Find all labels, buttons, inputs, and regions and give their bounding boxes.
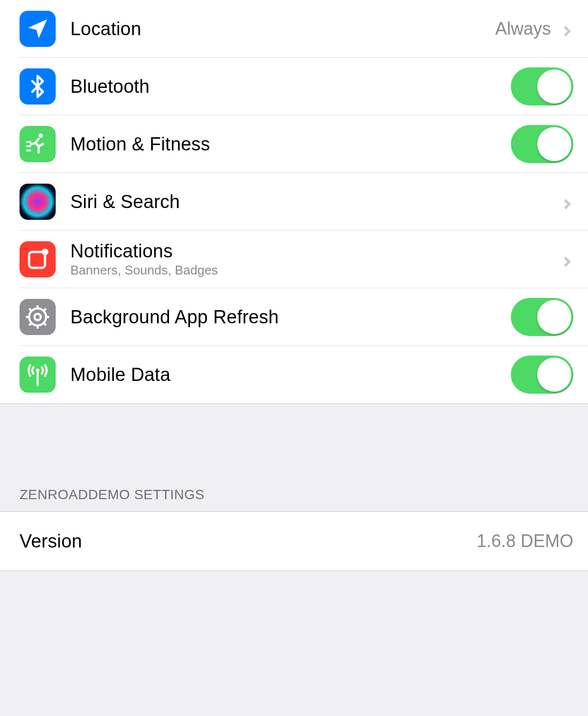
motion-fitness-toggle[interactable] <box>511 125 573 163</box>
notifications-icon <box>20 241 56 277</box>
notifications-subtitle: Banners, Sounds, Badges <box>70 263 561 278</box>
mobile-data-toggle[interactable] <box>511 356 573 394</box>
svg-line-12 <box>44 309 46 311</box>
permissions-group: Location Always Bluetooth Motion & Fitne… <box>0 0 588 404</box>
row-label-container: Bluetooth <box>70 76 511 97</box>
bluetooth-toggle[interactable] <box>511 67 573 105</box>
gear-icon <box>20 299 56 335</box>
version-value: 1.6.8 DEMO <box>477 531 573 551</box>
section-gap <box>0 404 588 487</box>
row-label-container: Mobile Data <box>70 364 511 385</box>
section-header: ZENROADDEMO SETTINGS <box>0 487 588 511</box>
chevron-right-icon <box>561 22 573 35</box>
app-settings-group: Version 1.6.8 DEMO <box>0 511 588 571</box>
svg-line-11 <box>29 323 31 325</box>
location-icon <box>20 11 56 47</box>
row-notifications[interactable]: Notifications Banners, Sounds, Badges <box>0 231 588 288</box>
background-refresh-label: Background App Refresh <box>70 307 511 328</box>
svg-line-9 <box>29 309 31 311</box>
row-bluetooth: Bluetooth <box>0 58 588 115</box>
row-background-refresh: Background App Refresh <box>0 288 588 346</box>
row-location[interactable]: Location Always <box>0 0 588 58</box>
bluetooth-label: Bluetooth <box>70 76 511 97</box>
bottom-gap <box>0 571 588 630</box>
row-label-container: Siri & Search <box>70 191 561 212</box>
svg-point-2 <box>42 249 48 255</box>
motion-fitness-icon <box>20 126 56 162</box>
siri-icon <box>20 184 56 220</box>
bluetooth-icon <box>20 68 56 105</box>
background-refresh-toggle[interactable] <box>511 298 573 336</box>
row-label-container: Motion & Fitness <box>70 134 511 155</box>
svg-point-4 <box>35 314 41 320</box>
mobile-data-icon <box>20 357 56 393</box>
row-version: Version 1.6.8 DEMO <box>0 512 588 570</box>
row-mobile-data: Mobile Data <box>0 346 588 403</box>
location-detail: Always <box>495 19 551 39</box>
chevron-right-icon <box>561 253 573 266</box>
notifications-label: Notifications <box>70 241 561 262</box>
svg-line-10 <box>44 323 46 325</box>
mobile-data-label: Mobile Data <box>70 364 511 385</box>
siri-label: Siri & Search <box>70 191 561 212</box>
row-label-container: Location <box>70 19 495 40</box>
row-label-container: Notifications Banners, Sounds, Badges <box>70 241 561 278</box>
svg-point-14 <box>36 369 40 372</box>
svg-point-3 <box>29 309 46 326</box>
svg-point-0 <box>39 133 43 138</box>
row-motion-fitness: Motion & Fitness <box>0 115 588 173</box>
chevron-right-icon <box>561 195 573 208</box>
location-label: Location <box>70 19 495 40</box>
row-siri-search[interactable]: Siri & Search <box>0 173 588 231</box>
row-label-container: Background App Refresh <box>70 307 511 328</box>
version-label: Version <box>20 531 82 552</box>
motion-fitness-label: Motion & Fitness <box>70 134 511 155</box>
